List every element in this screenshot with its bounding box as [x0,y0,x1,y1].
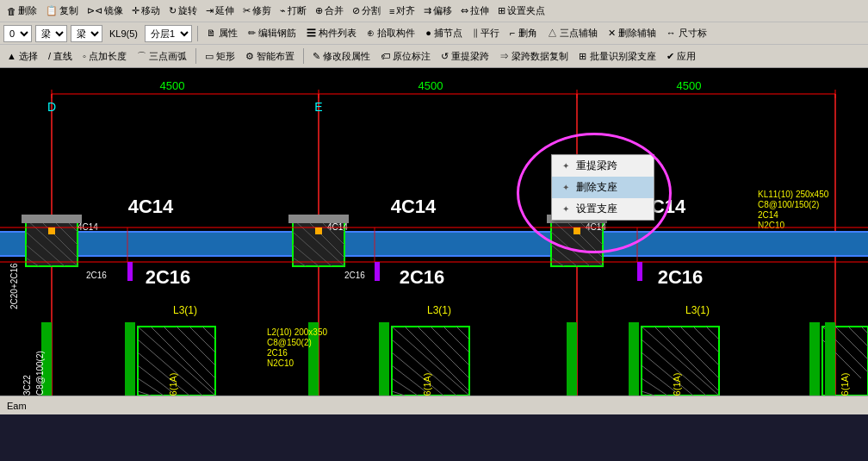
btn-extend[interactable]: ⇥ 延伸 [202,3,238,18]
set-support-icon: ✦ [559,202,573,216]
svg-rect-101 [629,322,639,396]
svg-text:2C16: 2C16 [86,271,107,280]
btn-del-corner[interactable]: ⌐ 删角 [506,26,540,40]
svg-text:C8@100/150(2): C8@100/150(2) [758,200,819,209]
floor-select[interactable]: 分层1 [145,25,192,42]
ctx-delete-label: 删除支座 [576,180,617,195]
svg-text:N2C10: N2C10 [267,358,294,368]
btn-apply[interactable]: ✔ 应用 [663,49,699,64]
canvas-area[interactable]: 4500 4500 4500 D E [0,68,868,396]
svg-text:2C20+2C16: 2C20+2C16 [9,263,19,309]
btn-line[interactable]: / 直线 [45,49,76,64]
btn-move[interactable]: ✛ 移动 [128,3,164,18]
btn-rotate[interactable]: ↻ 旋转 [165,3,201,18]
separator1 [197,26,198,41]
svg-rect-128 [48,227,55,234]
btn-setpoint[interactable]: ⊞ 设置夹点 [494,3,549,18]
svg-text:L6(1A): L6(1A) [422,372,432,396]
btn-merge[interactable]: ⊕ 合并 [312,3,347,18]
element-label[interactable]: KL9(5) [106,28,141,40]
svg-text:KL11(10) 250x450: KL11(10) 250x450 [758,190,829,199]
ctx-delete-support[interactable]: ✦ 删除支座 [552,177,654,198]
btn-delete[interactable]: 🗑 删除 [3,3,40,18]
btn-smart-place[interactable]: ⚙ 智能布置 [242,49,298,64]
svg-rect-17 [0,232,868,256]
svg-text:L3(1): L3(1) [685,304,710,316]
btn-mirror[interactable]: ⊳⊲ 镜像 [84,3,127,18]
btn-edit-rebar[interactable]: ✏ 编辑钢筋 [245,26,300,40]
btn-mod-seg[interactable]: ✎ 修改段属性 [309,49,374,64]
btn-repick-span[interactable]: ↺ 重提梁跨 [437,49,493,64]
btn-break[interactable]: ⌁ 打断 [276,3,310,18]
type-select2[interactable]: 梁 [71,25,102,42]
svg-rect-109 [809,322,820,396]
separator3 [303,48,304,64]
svg-text:L6(1A): L6(1A) [672,372,682,396]
btn-select[interactable]: ▲ 选择 [3,49,41,64]
svg-text:D: D [47,100,56,114]
context-menu: ✦ 重提梁跨 ✦ 删除支座 ✦ 设置支座 [551,154,654,221]
svg-text:4C14: 4C14 [128,196,174,217]
svg-rect-114 [825,322,835,396]
status-text: Eam [7,401,27,411]
toolbar-row3: ▲ 选择 / 直线 ◦ 点加长度 ⌒ 三点画弧 ▭ 矩形 ⚙ 智能布置 ✎ 修改… [0,45,868,67]
toolbar-row1: 🗑 删除 📋 复制 ⊳⊲ 镜像 ✛ 移动 ↻ 旋转 ⇥ 延伸 ✂ 修剪 ⌁ 打断… [0,0,868,22]
svg-text:2C16: 2C16 [658,266,704,288]
btn-property[interactable]: 🗎 属性 [203,26,241,40]
svg-rect-129 [315,227,322,234]
svg-rect-132 [375,262,380,281]
btn-del-axis[interactable]: ✕ 删除辅轴 [604,26,660,40]
svg-rect-73 [125,322,135,396]
ctx-repick-span[interactable]: ✦ 重提梁跨 [552,155,654,177]
svg-text:2C16: 2C16 [344,271,365,280]
btn-offset[interactable]: ⇉ 偏移 [420,3,456,18]
ctx-repick-label: 重提梁跨 [576,159,617,173]
svg-text:4500: 4500 [160,79,185,92]
svg-text:L3(1): L3(1) [173,304,197,316]
toolbar-row2: 0 梁 梁 KL9(5) 分层1 🗎 属性 ✏ 编辑钢筋 ☰ 构件列表 ⊕ 抬取… [0,22,868,45]
repick-icon: ✦ [559,159,573,173]
btn-split[interactable]: ⊘ 分割 [349,3,384,18]
svg-text:L6(1A): L6(1A) [168,372,178,396]
btn-3pt-arc[interactable]: ⌒ 三点画弧 [133,49,190,64]
btn-inplace-mark[interactable]: 🏷 原位标注 [377,49,434,64]
svg-text:L2(10) 200x350: L2(10) 200x350 [267,327,327,337]
svg-text:2C14: 2C14 [758,210,778,220]
btn-copy-span[interactable]: ⇒ 梁跨数据复制 [496,49,572,64]
statusbar: Eam [0,396,868,414]
svg-rect-113 [567,322,577,396]
btn-align[interactable]: ≡ 对齐 [386,3,418,18]
svg-rect-130 [574,227,580,234]
btn-component-list[interactable]: ☰ 构件列表 [303,26,360,40]
btn-parallel[interactable]: ∥ 平行 [469,26,503,40]
svg-text:4500: 4500 [418,79,443,92]
btn-dim[interactable]: ↔ 尺寸标 [663,26,710,40]
svg-text:C8@150(2): C8@150(2) [267,338,312,347]
svg-rect-131 [127,262,133,281]
svg-text:E: E [314,100,322,114]
btn-3pt-axis[interactable]: △ 三点辅轴 [544,26,601,40]
svg-text:2C16: 2C16 [267,348,288,358]
btn-pickup[interactable]: ⊕ 抬取构件 [363,26,418,40]
svg-text:3C22: 3C22 [22,375,32,396]
svg-text:L3(1): L3(1) [427,304,451,316]
btn-trim[interactable]: ✂ 修剪 [239,3,275,18]
btn-copy[interactable]: 📋 复制 [42,3,82,18]
svg-rect-133 [637,262,642,281]
svg-text:2C16: 2C16 [400,266,445,288]
ctx-set-support[interactable]: ✦ 设置支座 [552,198,654,220]
drawing-svg: 4500 4500 4500 D E [0,68,868,396]
svg-text:L6(1A): L6(1A) [840,372,850,396]
svg-text:N2C10: N2C10 [758,221,785,230]
svg-rect-28 [22,215,82,223]
type-select1[interactable]: 梁 [35,25,67,42]
layer-select[interactable]: 0 [3,25,32,42]
btn-node[interactable]: ● 捕节点 [422,26,466,40]
btn-stretch[interactable]: ⇔ 拉伸 [457,3,493,18]
ctx-set-label: 设置支座 [576,202,617,216]
btn-rect[interactable]: ▭ 矩形 [202,49,239,64]
btn-point-len[interactable]: ◦ 点加长度 [79,49,130,64]
btn-batch-id[interactable]: ⊞ 批量识别梁支座 [575,49,659,64]
svg-text:4C14: 4C14 [391,196,437,217]
delete-support-icon: ✦ [559,181,573,195]
